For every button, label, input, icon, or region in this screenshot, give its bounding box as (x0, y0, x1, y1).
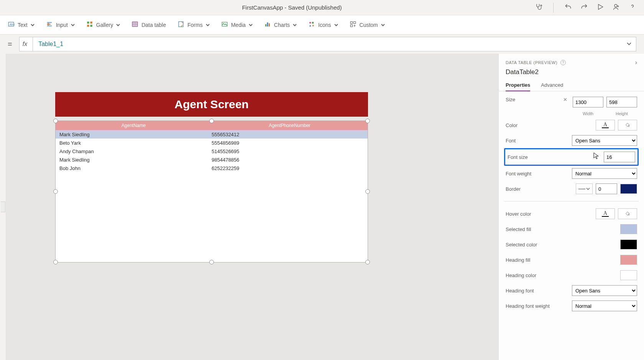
left-rail-expand[interactable] (1, 201, 5, 212)
hover-fill-color-button[interactable] (618, 208, 637, 219)
charts-icon (264, 21, 271, 29)
resize-handle[interactable] (53, 260, 58, 264)
fx-label: fx (23, 41, 27, 48)
custom-icon (350, 21, 356, 29)
ribbon-media-label: Media (231, 22, 246, 28)
ribbon-custom-label: Custom (360, 22, 378, 28)
icons-icon (308, 21, 315, 29)
formula-bar: = fx Table1_1 (0, 35, 644, 54)
undo-icon[interactable] (564, 3, 572, 12)
table-row[interactable]: Mark Siedling9854478856 (56, 155, 368, 164)
prop-font-size: Font size (504, 148, 639, 166)
canvas[interactable]: Agent Screen AgentName AgentPhoneNumber … (6, 54, 498, 360)
prop-heading-color: Heading color (504, 268, 639, 283)
chevron-right-icon[interactable]: › (635, 59, 637, 66)
font-weight-select[interactable]: Normal (572, 168, 637, 179)
text-icon: Abc (8, 21, 15, 29)
resize-handle[interactable] (365, 260, 370, 264)
selected-fill-swatch[interactable] (620, 224, 637, 234)
table-row[interactable]: Bob John6252232259 (56, 164, 368, 172)
ribbon-forms[interactable]: Forms (177, 21, 210, 29)
ribbon-gallery[interactable]: Gallery (86, 21, 120, 29)
close-icon[interactable]: ✕ (563, 97, 567, 102)
svg-rect-5 (87, 21, 89, 23)
cell-agent-phone: 5554856989 (212, 140, 368, 146)
cell-agent-phone: 9854478856 (212, 157, 368, 163)
heading-fill-swatch[interactable] (620, 255, 637, 265)
prop-label: Font size (508, 154, 604, 160)
tab-properties[interactable]: Properties (506, 79, 530, 91)
media-icon (221, 21, 228, 29)
app-title: FirstCanvasApp - Saved (Unpublished) (54, 4, 530, 11)
table-row[interactable]: Mark Siedling5556532412 (56, 130, 368, 139)
size-height-input[interactable] (606, 97, 637, 107)
play-icon[interactable] (596, 3, 604, 12)
ribbon-charts[interactable]: Charts (264, 21, 297, 29)
prop-label: Heading color (506, 272, 620, 278)
cell-agent-phone: 5145526695 (212, 149, 368, 154)
panel-header: DATA TABLE (PREVIEW) ? › (499, 54, 644, 68)
table-row[interactable]: Beto Yark5554856989 (56, 139, 368, 147)
prop-label: Heading font (506, 288, 572, 294)
svg-rect-20 (350, 25, 352, 27)
gallery-icon (86, 21, 93, 29)
fx-dropdown[interactable]: fx (19, 37, 33, 51)
border-style-select[interactable] (576, 183, 593, 194)
tab-advanced[interactable]: Advanced (541, 79, 563, 91)
help-icon[interactable] (629, 3, 636, 12)
ribbon-input[interactable]: Input (46, 21, 75, 29)
ribbon-icons-label: Icons (318, 22, 331, 28)
text-color-button[interactable]: A (596, 120, 615, 130)
ribbon-charts-label: Charts (274, 22, 290, 28)
svg-point-16 (309, 22, 311, 24)
ribbon-icons[interactable]: Icons (308, 21, 338, 29)
resize-handle[interactable] (53, 119, 58, 123)
prop-label: Hover color (506, 211, 596, 217)
help-icon[interactable]: ? (560, 60, 566, 65)
chevron-down-icon (206, 22, 210, 28)
redo-icon[interactable] (580, 3, 588, 12)
hover-text-color-button[interactable]: A (596, 208, 615, 219)
prop-font: Font Open Sans (504, 133, 639, 148)
datatable-selection[interactable]: AgentName AgentPhoneNumber Mark Siedling… (55, 121, 368, 263)
resize-handle[interactable] (365, 189, 370, 194)
prop-font-weight: Font weight Normal (504, 166, 639, 181)
column-header[interactable]: AgentName (56, 123, 212, 128)
resize-handle[interactable] (53, 189, 58, 194)
font-size-input[interactable] (604, 152, 635, 162)
chevron-down-icon (293, 22, 297, 28)
resize-handle[interactable] (209, 119, 214, 123)
column-header[interactable]: AgentPhoneNumber (212, 123, 368, 128)
stethoscope-icon[interactable] (535, 3, 542, 12)
chevron-down-icon[interactable] (627, 41, 631, 48)
canvas-stage: Agent Screen AgentName AgentPhoneNumber … (55, 92, 368, 269)
size-width-input[interactable] (573, 97, 603, 107)
cell-agent-name: Beto Yark (56, 140, 212, 146)
ribbon-custom[interactable]: Custom (350, 21, 385, 29)
border-color-swatch[interactable] (620, 184, 637, 194)
selected-color-swatch[interactable] (620, 239, 637, 249)
formula-input[interactable]: Table1_1 (33, 37, 636, 51)
user-icon[interactable] (613, 3, 620, 12)
screen-header: Agent Screen (55, 92, 368, 117)
svg-rect-14 (267, 23, 268, 27)
ribbon-text[interactable]: Abc Text (8, 21, 34, 29)
ribbon-media[interactable]: Media (221, 21, 253, 29)
border-width-input[interactable] (596, 183, 617, 194)
ribbon-datatable[interactable]: Data table (131, 21, 166, 29)
svg-rect-6 (90, 21, 92, 23)
svg-rect-15 (269, 23, 270, 26)
font-select[interactable]: Open Sans (572, 135, 637, 146)
heading-font-weight-select[interactable]: Normal (572, 301, 637, 311)
heading-font-select[interactable]: Open Sans (572, 285, 637, 296)
fill-color-button[interactable] (618, 120, 637, 130)
cell-agent-name: Mark Siedling (56, 132, 212, 137)
main-area: Agent Screen AgentName AgentPhoneNumber … (0, 54, 644, 360)
cell-agent-name: Mark Siedling (56, 157, 212, 163)
prop-label: Size (506, 97, 573, 102)
heading-color-swatch[interactable] (620, 270, 637, 280)
table-row[interactable]: Andy Champan5145526695 (56, 147, 368, 155)
resize-handle[interactable] (209, 260, 214, 264)
ribbon-toolbar: Abc Text Input Gallery Data table Forms … (0, 15, 644, 35)
resize-handle[interactable] (365, 119, 370, 123)
